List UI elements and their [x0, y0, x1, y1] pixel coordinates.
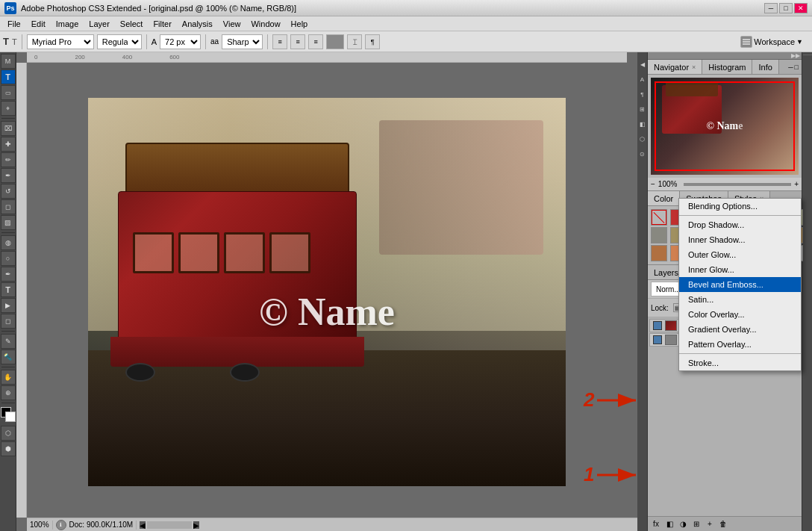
layer-visibility-bg[interactable]	[653, 335, 662, 344]
menu-select[interactable]: Select	[116, 19, 148, 29]
panel-icon-5[interactable]: ⬡	[638, 131, 647, 146]
foreground-color[interactable]	[1, 407, 16, 422]
layer-adjustment-button[interactable]: ◑	[678, 519, 688, 530]
swatch-null[interactable]	[651, 209, 667, 226]
warp-text-button[interactable]: ⌶	[347, 34, 362, 49]
menu-layer[interactable]: Layer	[84, 19, 114, 29]
align-left-button[interactable]: ≡	[272, 34, 287, 49]
menu-edit[interactable]: Edit	[27, 19, 50, 29]
ctx-bevel-emboss[interactable]: Bevel and Emboss...	[679, 277, 801, 292]
text-tool[interactable]: T	[1, 69, 16, 84]
zoom-out-icon[interactable]: −	[651, 180, 655, 188]
blur-tool[interactable]: ◍	[1, 235, 16, 250]
menu-view[interactable]: View	[219, 19, 246, 29]
collapse-right-icon[interactable]: ▶▶	[791, 52, 800, 59]
context-menu: Blending Options... Drop Shadow... Inner…	[678, 198, 802, 371]
separator1	[22, 34, 22, 49]
navigator-close[interactable]: ×	[692, 63, 696, 71]
hand-tool[interactable]: ✋	[1, 370, 16, 385]
healing-brush[interactable]: ✚	[1, 137, 16, 152]
scroll-left-button[interactable]: ◀	[140, 521, 146, 529]
ctx-blending-options[interactable]: Blending Options...	[679, 199, 801, 214]
lock-label: Lock:	[651, 304, 669, 312]
panel-expand-icon[interactable]: □	[795, 63, 799, 71]
menu-filter[interactable]: Filter	[149, 19, 175, 29]
notes-tool[interactable]: ✎	[1, 334, 16, 349]
workspace-label[interactable]: Workspace	[754, 37, 795, 46]
panel-icon-2[interactable]: ¶	[638, 87, 647, 102]
eraser-tool[interactable]: ◻	[1, 199, 16, 214]
font-style-select[interactable]: Regular	[97, 34, 142, 49]
character-palette-button[interactable]: ¶	[365, 34, 380, 49]
separator3	[205, 34, 206, 49]
move-tool[interactable]: M	[1, 54, 16, 69]
minimize-button[interactable]: ─	[764, 3, 778, 13]
window-title: Adobe Photoshop CS3 Extended - [original…	[21, 4, 764, 13]
zoom-in-icon[interactable]: +	[794, 180, 799, 188]
layer-group-button[interactable]: ⊞	[691, 519, 702, 530]
panel-icon-4[interactable]: ◧	[638, 117, 647, 131]
lasso-tool[interactable]: ⌖	[1, 101, 16, 116]
ctx-satin[interactable]: Satin...	[679, 292, 801, 307]
layer-new-button[interactable]: +	[705, 519, 715, 530]
svg-rect-0	[743, 39, 750, 40]
tab-color[interactable]: Color	[648, 191, 680, 205]
ctx-drop-shadow[interactable]: Drop Shadow...	[679, 217, 801, 232]
ctx-color-overlay[interactable]: Color Overlay...	[679, 307, 801, 322]
layer-mask-button[interactable]: ◧	[664, 519, 675, 530]
layer-visibility-1[interactable]	[653, 321, 662, 330]
close-button[interactable]: ✕	[794, 3, 808, 13]
ctx-gradient-overlay[interactable]: Gradient Overlay...	[679, 322, 801, 337]
menu-analysis[interactable]: Analysis	[178, 19, 217, 29]
ctx-inner-glow[interactable]: Inner Glow...	[679, 262, 801, 277]
panel-icon-1[interactable]: A	[638, 72, 647, 87]
ctx-stroke[interactable]: Stroke...	[679, 355, 801, 370]
align-center-button[interactable]: ≡	[290, 34, 305, 49]
panel-collapse-nav[interactable]: ◀	[638, 57, 647, 72]
pen-tool[interactable]: ✒	[1, 267, 16, 282]
layer-fx-button[interactable]: fx	[651, 519, 661, 530]
shape-tool[interactable]: ◻	[1, 314, 16, 329]
path-selection[interactable]: ▶	[1, 298, 16, 313]
ctx-inner-shadow[interactable]: Inner Shadow...	[679, 232, 801, 247]
zoom-slider[interactable]	[684, 183, 791, 186]
scroll-right-button[interactable]: ▶	[193, 521, 199, 529]
menu-file[interactable]: File	[3, 19, 25, 29]
nav-preview-box[interactable]	[655, 81, 795, 171]
history-brush[interactable]: ↺	[1, 184, 16, 199]
zoom-tool[interactable]: ⊕	[1, 385, 16, 400]
ctx-pattern-overlay[interactable]: Pattern Overlay...	[679, 337, 801, 352]
eyedropper-tool[interactable]: 🔦	[1, 350, 16, 364]
menu-window[interactable]: Window	[246, 19, 284, 29]
ctx-outer-glow[interactable]: Outer Glow...	[679, 247, 801, 262]
anti-alias-select[interactable]: Sharp	[222, 34, 263, 49]
layer-delete-button[interactable]: 🗑	[718, 519, 728, 530]
menu-image[interactable]: Image	[51, 19, 84, 29]
maximize-button[interactable]: □	[779, 3, 793, 13]
align-right-button[interactable]: ≡	[308, 34, 323, 49]
scroll-track[interactable]	[147, 521, 192, 529]
menu-help[interactable]: Help	[287, 19, 313, 29]
panel-icon-3[interactable]: ⊞	[638, 102, 647, 117]
tab-histogram[interactable]: Histogram	[702, 60, 752, 74]
tab-navigator[interactable]: Navigator ×	[648, 60, 702, 74]
marquee-tool[interactable]: ▭	[1, 85, 16, 100]
swatch-tan2[interactable]	[651, 245, 667, 261]
font-size-select[interactable]: 72 px	[160, 34, 201, 49]
swatch-warm-gray[interactable]	[651, 227, 667, 243]
crop-tool[interactable]: ⌧	[1, 121, 16, 136]
brush-tool[interactable]: ✏	[1, 152, 16, 167]
clone-stamp[interactable]: ✒	[1, 168, 16, 183]
screen-mode-button[interactable]: ⬢	[1, 441, 16, 456]
panel-icon-6[interactable]: ⊙	[638, 146, 647, 161]
canvas-area: 0 200 400 600	[16, 52, 637, 531]
dodge-tool[interactable]: ○	[1, 251, 16, 266]
panel-minimize-icon[interactable]: ─	[788, 63, 793, 71]
font-family-select[interactable]: Myriad Pro	[27, 34, 94, 49]
workspace-arrow[interactable]: ▼	[796, 38, 803, 46]
color-swatch-button[interactable]	[326, 34, 344, 49]
type-tool[interactable]: T	[1, 282, 16, 297]
tab-info[interactable]: Info	[752, 60, 778, 74]
gradient-tool[interactable]: ▨	[1, 215, 16, 230]
quick-mask-button[interactable]: ⬡	[1, 426, 16, 441]
